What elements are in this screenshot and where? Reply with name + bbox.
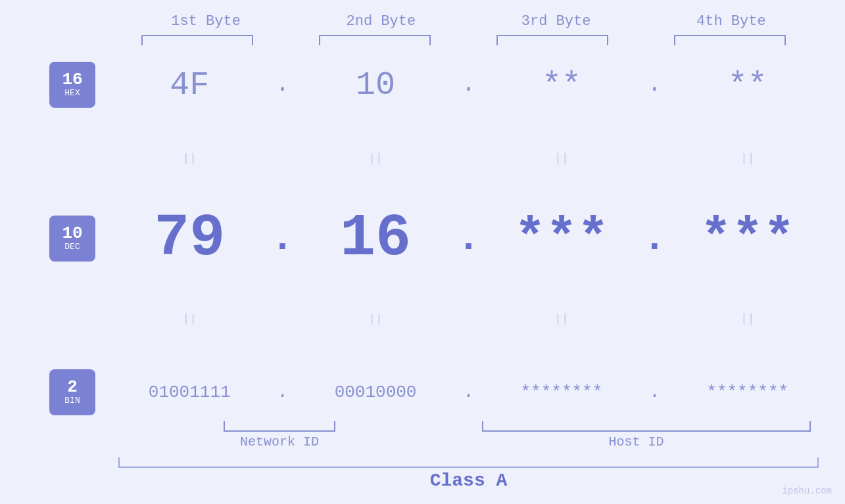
- eq7: ||: [496, 312, 627, 325]
- main-container: 1st Byte 2nd Byte 3rd Byte 4th Byte 16: [0, 0, 845, 504]
- dec-badge-num: 10: [62, 225, 82, 242]
- bin-b4-val: ********: [706, 382, 788, 402]
- bracket-b2: [296, 35, 454, 45]
- hex-b3: **: [496, 66, 627, 104]
- host-bracket: [473, 421, 819, 432]
- dec-b2: 16: [310, 209, 441, 268]
- hex-badge: 16 HEX: [49, 62, 95, 108]
- class-bracket-row: [26, 457, 819, 468]
- bin-b1-val: 01001111: [149, 382, 231, 402]
- eq5: ||: [124, 312, 255, 325]
- bracket-top-b2: [319, 35, 431, 45]
- hex-b4: **: [682, 66, 813, 104]
- hex-b3-val: **: [542, 66, 581, 104]
- bin-dot1: .: [266, 383, 299, 401]
- hex-b1: 4F: [124, 66, 255, 104]
- bin-b3-val: ********: [520, 382, 602, 402]
- bracket-b3: [473, 35, 631, 45]
- host-id-label: Host ID: [473, 434, 819, 449]
- bin-dot3: .: [638, 383, 671, 401]
- eq8: ||: [682, 312, 813, 325]
- dec-b3-val: ***: [514, 209, 609, 269]
- bin-dot2: .: [452, 383, 485, 401]
- class-label: Class A: [118, 470, 819, 491]
- eq2: ||: [310, 152, 441, 165]
- bin-badge-num: 2: [67, 378, 78, 396]
- hex-dot2: .: [452, 73, 485, 97]
- dec-b1-val: 79: [154, 205, 225, 272]
- hex-badge-type: HEX: [64, 88, 80, 99]
- eq6: ||: [310, 312, 441, 325]
- hex-b4-val: **: [728, 66, 767, 104]
- dec-b4: ***: [682, 209, 813, 269]
- host-bracket-line: [482, 421, 811, 432]
- bin-b4: ********: [682, 382, 813, 402]
- class-label-row: Class A: [26, 470, 819, 491]
- bracket-b1: [118, 35, 276, 45]
- bin-b2-val: 00010000: [335, 382, 417, 402]
- dec-dot2: .: [452, 219, 485, 258]
- dec-b2-val: 16: [340, 205, 411, 272]
- hex-dot1: .: [266, 73, 299, 97]
- bracket-top-b3: [496, 35, 608, 45]
- byte2-header: 2nd Byte: [302, 13, 460, 30]
- bracket-b4: [651, 35, 809, 45]
- network-id-label: Network ID: [118, 434, 441, 449]
- bracket-top-b1: [141, 35, 253, 45]
- dec-badge: 10 DEC: [49, 216, 95, 262]
- id-labels: Network ID Host ID: [26, 434, 819, 449]
- byte-headers: 1st Byte 2nd Byte 3rd Byte 4th Byte: [26, 13, 819, 30]
- hex-b1-val: 4F: [170, 66, 209, 104]
- hex-b2: 10: [310, 66, 441, 104]
- byte3-header: 3rd Byte: [477, 13, 635, 30]
- class-bracket: [118, 457, 819, 468]
- bin-b2: 00010000: [310, 382, 441, 402]
- bracket-top-b4: [674, 35, 786, 45]
- dec-b4-val: ***: [700, 209, 795, 269]
- watermark: ipshu.com: [782, 486, 832, 496]
- bottom-brackets: [26, 421, 819, 432]
- bin-b3: ********: [496, 382, 627, 402]
- bin-b1: 01001111: [124, 382, 255, 402]
- top-brackets: [26, 35, 819, 45]
- byte1-header: 1st Byte: [127, 13, 285, 30]
- eq4: ||: [682, 152, 813, 165]
- dec-b1: 79: [124, 209, 255, 268]
- byte4-header: 4th Byte: [652, 13, 810, 30]
- bin-badge-type: BIN: [64, 396, 80, 406]
- hex-b2-val: 10: [356, 66, 395, 104]
- bin-badge: 2 BIN: [49, 369, 95, 415]
- hex-badge-num: 16: [62, 71, 82, 88]
- dec-badge-type: DEC: [64, 242, 80, 252]
- eq3: ||: [496, 152, 627, 165]
- dec-dot1: .: [266, 219, 299, 258]
- hex-dot3: .: [638, 73, 671, 97]
- dec-b3: ***: [496, 209, 627, 269]
- eq1: ||: [124, 152, 255, 165]
- net-bracket-line: [224, 421, 335, 432]
- dec-dot3: .: [638, 219, 671, 258]
- net-bracket: [118, 421, 441, 432]
